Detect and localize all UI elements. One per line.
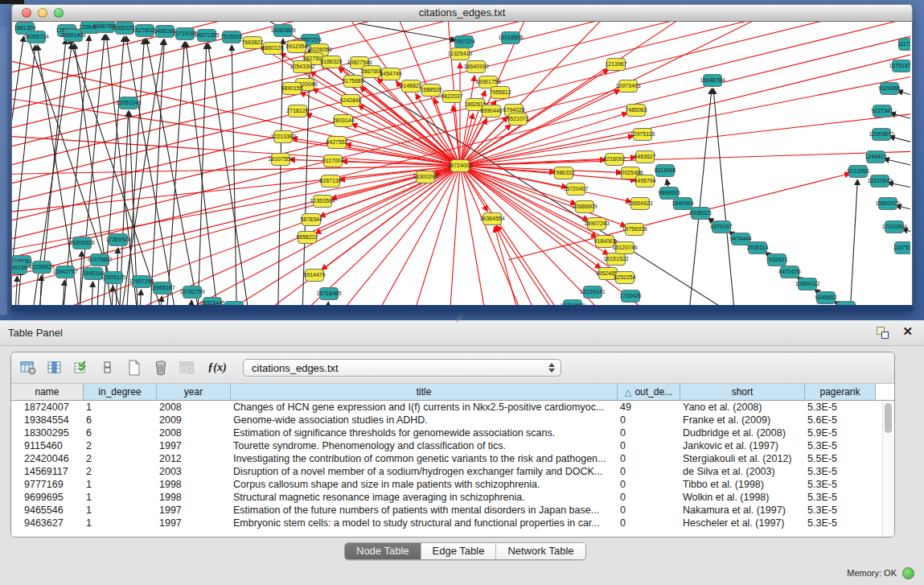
graph-node[interactable]: 9227341 <box>871 105 893 117</box>
graph-node[interactable]: 14671355 <box>194 30 219 42</box>
tab-network-table[interactable]: Network Table <box>496 543 585 559</box>
graph-node[interactable]: 9146821 <box>400 80 421 93</box>
graph-node[interactable]: 8252254 <box>614 272 635 284</box>
graph-node[interactable]: 8938923 <box>689 208 711 220</box>
table-row[interactable]: 969969511998Structural magnetic resonanc… <box>11 491 894 504</box>
table-row[interactable]: 946362711997Embryonic stem cells: a mode… <box>11 517 894 529</box>
graph-node[interactable]: 23053346 <box>116 97 141 109</box>
table-row[interactable]: 977716911998Corpus callosum shape and si… <box>11 478 894 491</box>
graph-node[interactable]: 18300295 <box>413 171 437 183</box>
graph-node[interactable]: 1640954 <box>671 198 693 210</box>
unselect-all-columns-button[interactable] <box>99 359 117 377</box>
show-column-button[interactable] <box>46 359 64 377</box>
graph-node[interactable]: 16120746 <box>612 242 637 254</box>
graph-node[interactable]: 8471676 <box>778 266 800 278</box>
graph-node[interactable]: 10543392 <box>290 61 314 73</box>
table-row[interactable]: 946554611997Estimation of the future num… <box>11 504 894 517</box>
graph-node[interactable]: 13156829 <box>29 262 54 274</box>
table-vertical-scrollbar[interactable] <box>882 401 894 537</box>
graph-node[interactable]: 1733426 <box>619 290 641 303</box>
graph-node[interactable]: 8427552 <box>326 137 347 149</box>
column-header-name[interactable]: name <box>11 384 84 400</box>
table-row[interactable]: 1872400712008Changes of HCN gene express… <box>11 401 894 414</box>
graph-node[interactable]: 10654112 <box>795 278 820 290</box>
table-row[interactable]: 1830029562008Estimation of significance … <box>11 426 894 439</box>
tab-edge-table[interactable]: Edge Table <box>421 543 497 559</box>
float-panel-icon[interactable] <box>877 327 889 339</box>
table-row[interactable]: 911546021997Tourette syndrome. Phenomeno… <box>11 439 894 452</box>
graph-node[interactable]: 939159 <box>12 262 27 274</box>
graph-node[interactable]: 6914479 <box>303 270 325 282</box>
column-header-year[interactable]: year <box>157 384 231 400</box>
graph-node[interactable]: 5878344 <box>300 214 322 226</box>
column-header-out_de[interactable]: △out_de... <box>618 384 680 400</box>
graph-node[interactable]: 18907243 <box>584 218 609 230</box>
table-row[interactable]: 1456911722003Disruption of a novel membe… <box>11 465 894 478</box>
graph-node[interactable]: 19218506 <box>498 32 523 44</box>
graph-node[interactable]: 15892971 <box>875 198 900 210</box>
graph-node[interactable]: 1167533 <box>893 242 910 254</box>
delete-column-button[interactable] <box>152 359 170 377</box>
graph-node[interactable]: 1244413 <box>864 151 886 163</box>
graph-node[interactable]: 6379197 <box>710 221 732 233</box>
graph-node[interactable]: 17359924 <box>105 234 130 246</box>
graph-node[interactable]: 9521072 <box>507 113 528 126</box>
graph-node[interactable]: 9822037 <box>441 91 462 103</box>
graph-node[interactable]: 15720407 <box>563 183 588 196</box>
graph-node[interactable]: 7485063 <box>625 105 647 117</box>
graph-node[interactable]: 16958187 <box>150 282 175 295</box>
graph-node[interactable]: 8912954 <box>285 41 307 53</box>
graph-node[interactable]: 19384554 <box>479 213 504 225</box>
graph-node[interactable]: 8990448 <box>480 105 502 117</box>
graph-node[interactable]: 15718485 <box>316 288 341 300</box>
close-panel-icon[interactable]: ✕ <box>902 324 913 339</box>
minimize-window-button[interactable] <box>38 8 47 18</box>
graph-node[interactable]: 1117253 <box>897 39 910 51</box>
graph-node[interactable]: 19654923 <box>627 198 652 210</box>
graph-node[interactable]: 13942757 <box>52 266 77 278</box>
graph-node[interactable]: 8216092 <box>603 154 625 166</box>
close-window-button[interactable] <box>22 8 31 18</box>
table-selector-dropdown[interactable]: citations_edges.txt <box>243 359 561 377</box>
graph-node[interactable]: 16210643 <box>867 175 892 187</box>
graph-node[interactable]: 8267130 <box>319 175 341 187</box>
graph-node[interactable]: 9245652 <box>815 292 836 304</box>
graph-node[interactable]: 10688609 <box>572 201 597 213</box>
graph-node[interactable]: 15139141 <box>580 286 605 299</box>
column-header-title[interactable]: title <box>231 384 618 400</box>
memory-status-indicator[interactable] <box>902 567 914 579</box>
window-titlebar[interactable]: citations_edges.txt <box>11 4 913 22</box>
graph-node[interactable]: 10973493 <box>615 80 640 93</box>
graph-node[interactable]: 7663822 <box>241 37 263 49</box>
graph-node[interactable]: 7955812 <box>489 87 511 99</box>
graph-node[interactable]: 8186328 <box>320 56 342 68</box>
function-builder-button[interactable]: ƒ(x) <box>205 359 229 377</box>
graph-node[interactable]: 7515526 <box>220 31 242 43</box>
zoom-window-button[interactable] <box>54 8 64 18</box>
graph-node[interactable]: 16083809 <box>270 25 295 37</box>
table-row[interactable]: 1938455462009Genome-wide association stu… <box>11 414 894 426</box>
graph-node[interactable]: 15751874 <box>889 60 910 72</box>
new-column-button[interactable] <box>125 359 143 377</box>
graph-node[interactable]: 16782759 <box>179 286 204 299</box>
column-header-in_degree[interactable]: in_degree <box>84 384 157 400</box>
graph-node[interactable]: 12975115 <box>630 129 655 141</box>
scrollbar-thumb[interactable] <box>885 403 892 433</box>
table-row[interactable]: 2242004622012Investigating the contribut… <box>11 452 894 465</box>
network-canvas[interactable]: 1872400718813092405572417630902069140622… <box>12 22 910 309</box>
graph-node[interactable]: 2803144 <box>332 115 354 127</box>
graph-node[interactable]: 8454749 <box>380 68 401 80</box>
graph-node[interactable]: 1588520 <box>420 84 441 97</box>
graph-node[interactable]: 18724007 <box>447 160 472 172</box>
graph-node[interactable]: 9117004 <box>322 155 344 167</box>
graph-node[interactable]: 7957224 <box>453 36 474 48</box>
graph-node[interactable]: 11325419 <box>448 48 473 60</box>
graph-node[interactable]: 9242848 <box>339 95 361 107</box>
graph-node[interactable]: 12213383 <box>270 131 295 143</box>
graph-node[interactable]: 9495794 <box>634 175 655 187</box>
table-mode-button[interactable] <box>19 359 37 377</box>
select-all-columns-button[interactable] <box>72 359 90 377</box>
graph-node[interactable]: 16151522 <box>603 253 628 266</box>
graph-node[interactable]: 2718120 <box>286 105 308 117</box>
graph-node[interactable]: 18640910 <box>463 61 488 73</box>
